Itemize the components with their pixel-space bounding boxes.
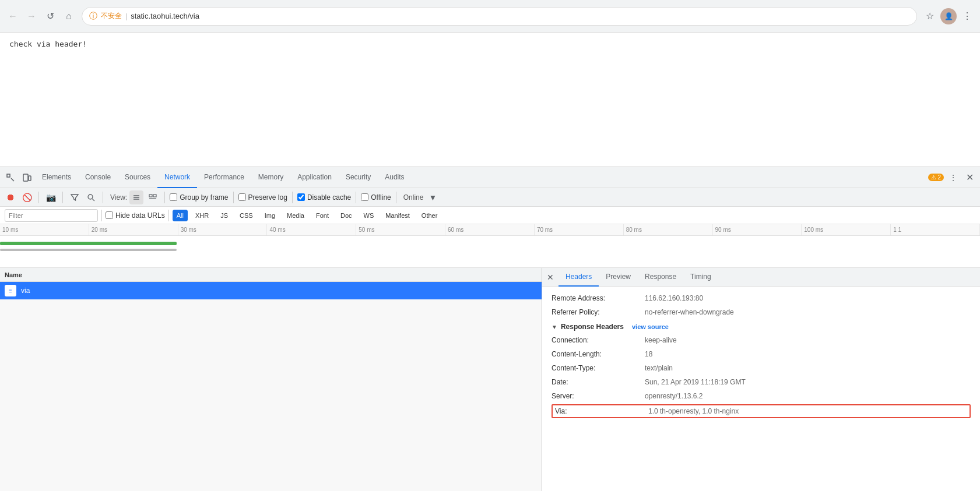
svg-rect-8 bbox=[153, 195, 156, 197]
tick-100ms: 100 ms bbox=[802, 224, 891, 235]
home-button[interactable]: ⌂ bbox=[61, 8, 77, 24]
svg-rect-7 bbox=[149, 195, 152, 197]
filter-type-font[interactable]: Font bbox=[312, 210, 333, 221]
clear-button[interactable]: 🚫 bbox=[20, 190, 34, 204]
row-name: via bbox=[21, 287, 30, 295]
tab-sources[interactable]: Sources bbox=[118, 167, 157, 188]
back-button[interactable]: ← bbox=[5, 8, 21, 24]
remote-address-val: 116.62.160.193:80 bbox=[645, 293, 703, 303]
devtools-close-button[interactable]: ✕ bbox=[961, 169, 978, 186]
tick-30ms: 30 ms bbox=[178, 224, 268, 235]
view-label: View: bbox=[110, 193, 127, 202]
tab-audits[interactable]: Audits bbox=[378, 167, 411, 188]
view-list-button[interactable] bbox=[129, 190, 143, 204]
filter-type-other[interactable]: Other bbox=[417, 210, 442, 221]
tick-50ms: 50 ms bbox=[356, 224, 445, 235]
inspect-button[interactable] bbox=[2, 169, 19, 186]
offline-checkbox-group[interactable]: Offline bbox=[361, 193, 391, 202]
throttle-button[interactable]: ▼ bbox=[426, 190, 440, 204]
filter-button[interactable] bbox=[68, 190, 82, 204]
group-by-frame-checkbox[interactable] bbox=[170, 193, 177, 201]
nav-buttons: ← → ↺ ⌂ bbox=[5, 8, 77, 24]
tab-security[interactable]: Security bbox=[339, 167, 378, 188]
bookmark-button[interactable]: ☆ bbox=[922, 8, 938, 24]
filter-type-doc[interactable]: Doc bbox=[336, 210, 356, 221]
tick-80ms: 80 ms bbox=[624, 224, 713, 235]
tab-performance[interactable]: Performance bbox=[197, 167, 251, 188]
view-grouped-button[interactable] bbox=[146, 190, 160, 204]
tick-60ms: 60 ms bbox=[445, 224, 535, 235]
connection-row: Connection: keep-alive bbox=[552, 333, 971, 347]
detail-close-button[interactable]: ✕ bbox=[542, 269, 559, 285]
detail-tabs: ✕ Headers Preview Response Timing bbox=[542, 268, 980, 287]
preserve-log-checkbox-group[interactable]: Preserve log bbox=[238, 193, 287, 202]
connection-key: Connection: bbox=[552, 335, 645, 345]
menu-button[interactable]: ⋮ bbox=[959, 8, 975, 24]
response-headers-section-title[interactable]: ▼ Response Headers view source bbox=[552, 323, 971, 331]
date-key: Date: bbox=[552, 377, 645, 387]
forward-button[interactable]: → bbox=[23, 8, 40, 24]
filter-type-media[interactable]: Media bbox=[283, 210, 308, 221]
camera-button[interactable]: 📷 bbox=[44, 190, 58, 204]
page-text: check via header! bbox=[9, 40, 87, 48]
content-length-val: 18 bbox=[645, 349, 652, 359]
timeline-bar-gray bbox=[0, 249, 177, 251]
tab-console[interactable]: Console bbox=[78, 167, 118, 188]
hide-data-urls-checkbox[interactable] bbox=[106, 211, 113, 219]
date-val: Sun, 21 Apr 2019 11:18:19 GMT bbox=[645, 377, 746, 387]
timeline-ruler: 10 ms 20 ms 30 ms 40 ms 50 ms 60 ms 70 m… bbox=[0, 224, 980, 236]
detail-content: Remote Address: 116.62.160.193:80 Referr… bbox=[542, 287, 980, 491]
tick-40ms: 40 ms bbox=[267, 224, 356, 235]
tick-10ms: 10 ms bbox=[0, 224, 89, 235]
devtools-more-button[interactable]: ⋮ bbox=[945, 169, 961, 186]
referrer-policy-row: Referrer Policy: no-referrer-when-downgr… bbox=[552, 305, 971, 319]
security-text: 不安全 bbox=[101, 11, 122, 21]
filter-type-ws[interactable]: WS bbox=[360, 210, 378, 221]
filter-input[interactable] bbox=[5, 209, 98, 222]
content-length-key: Content-Length: bbox=[552, 349, 645, 359]
tab-timing[interactable]: Timing bbox=[683, 268, 718, 287]
toolbar-separator-4 bbox=[164, 192, 165, 203]
chevron-down-icon: ▼ bbox=[552, 324, 557, 330]
group-by-frame-checkbox-group[interactable]: Group by frame bbox=[170, 193, 228, 202]
online-label: Online bbox=[403, 193, 424, 202]
preserve-log-checkbox[interactable] bbox=[238, 193, 246, 201]
tab-response[interactable]: Response bbox=[638, 268, 683, 287]
tab-preview[interactable]: Preview bbox=[599, 268, 638, 287]
general-headers-section: Remote Address: 116.62.160.193:80 Referr… bbox=[552, 291, 971, 319]
view-source-link[interactable]: view source bbox=[632, 323, 669, 330]
tick-20ms: 20 ms bbox=[89, 224, 178, 235]
content-length-row: Content-Length: 18 bbox=[552, 347, 971, 361]
device-toggle-button[interactable] bbox=[19, 169, 35, 186]
tab-headers[interactable]: Headers bbox=[559, 268, 599, 287]
remote-address-key: Remote Address: bbox=[552, 293, 645, 303]
offline-checkbox[interactable] bbox=[361, 193, 368, 201]
avatar: 👤 bbox=[940, 8, 957, 24]
devtools-panel: Elements Console Sources Network Perform… bbox=[0, 167, 980, 491]
filter-type-manifest[interactable]: Manifest bbox=[381, 210, 414, 221]
toolbar-separator-8 bbox=[396, 192, 396, 203]
disable-cache-checkbox-group[interactable]: Disable cache bbox=[297, 193, 351, 202]
filter-type-img[interactable]: Img bbox=[261, 210, 279, 221]
hide-data-urls-group[interactable]: Hide data URLs bbox=[106, 211, 165, 220]
tab-application[interactable]: Application bbox=[290, 167, 339, 188]
record-button[interactable]: ⏺ bbox=[3, 190, 17, 204]
tab-network[interactable]: Network bbox=[157, 167, 197, 188]
disable-cache-checkbox[interactable] bbox=[297, 193, 305, 201]
timeline-area: 10 ms 20 ms 30 ms 40 ms 50 ms 60 ms 70 m… bbox=[0, 224, 980, 268]
network-list-header: Name bbox=[0, 268, 542, 282]
tab-memory[interactable]: Memory bbox=[251, 167, 290, 188]
table-row[interactable]: ≡ via bbox=[0, 282, 542, 299]
search-button[interactable] bbox=[84, 190, 98, 204]
filter-type-all[interactable]: All bbox=[173, 210, 188, 221]
filter-type-xhr[interactable]: XHR bbox=[191, 210, 213, 221]
response-headers-label: Response Headers bbox=[561, 323, 624, 331]
toolbar-separator-5 bbox=[233, 192, 234, 203]
content-type-val: text/plain bbox=[645, 363, 673, 373]
referrer-policy-val: no-referrer-when-downgrade bbox=[645, 307, 734, 317]
tab-elements[interactable]: Elements bbox=[35, 167, 78, 188]
reload-button[interactable]: ↺ bbox=[42, 8, 58, 24]
address-bar[interactable]: ⓘ 不安全 | static.taohui.tech/via bbox=[82, 7, 917, 26]
filter-type-css[interactable]: CSS bbox=[236, 210, 257, 221]
filter-type-js[interactable]: JS bbox=[216, 210, 232, 221]
